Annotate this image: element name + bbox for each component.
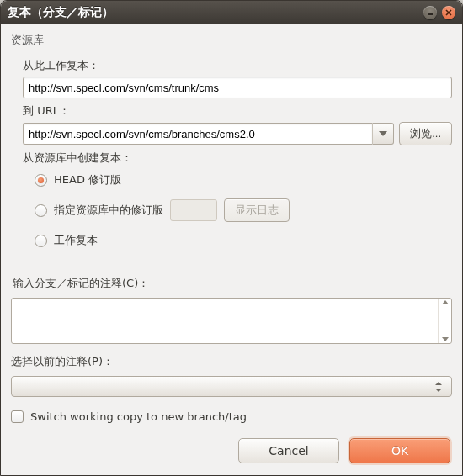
chevron-down-icon [379, 131, 387, 136]
browse-button[interactable]: 浏览... [399, 122, 452, 145]
titlebar[interactable]: 复本（分支／标记） [1, 1, 462, 24]
from-label: 从此工作复本： [23, 58, 452, 73]
window-controls [423, 6, 455, 19]
repo-section-title: 资源库 [11, 33, 452, 48]
switch-checkbox[interactable] [11, 410, 24, 423]
content: 资源库 从此工作复本： 到 URL： 浏览... 从资源库中创建复本： HEAD [1, 24, 462, 431]
comment-scrollbar[interactable] [438, 299, 451, 343]
svg-rect-0 [428, 13, 433, 15]
repo-section: 从此工作复本： 到 URL： 浏览... 从资源库中创建复本： HEAD 修订版 [23, 53, 452, 251]
cancel-button[interactable]: Cancel [238, 438, 339, 463]
comment-enter-label: 输入分支／标记的注释(C)： [13, 276, 452, 291]
comment-textarea[interactable] [12, 299, 438, 343]
comment-select-label: 选择以前的注释(P)： [11, 354, 452, 369]
revision-radio-group: HEAD 修订版 指定资源库中的修订版 显示日志 工作复本 [35, 169, 452, 251]
from-url-input[interactable] [23, 77, 452, 98]
previous-comment-select[interactable] [11, 376, 452, 397]
minimize-button[interactable] [423, 6, 437, 19]
comment-textarea-wrap [11, 298, 452, 344]
scroll-down-icon [442, 337, 449, 341]
ok-button[interactable]: OK [349, 438, 450, 463]
revision-number-input [170, 199, 217, 221]
show-log-button: 显示日志 [224, 198, 290, 222]
window-title: 复本（分支／标记） [8, 5, 423, 20]
divider [11, 262, 452, 262]
radio-specific-label: 指定资源库中的修订版 [54, 203, 163, 218]
switch-checkbox-row[interactable]: Switch working copy to new branch/tag [11, 410, 452, 423]
radio-workingcopy-row[interactable]: 工作复本 [35, 230, 452, 251]
radio-workingcopy-label: 工作复本 [54, 233, 98, 248]
close-button[interactable] [442, 6, 455, 19]
to-url-dropdown-button[interactable] [372, 123, 394, 145]
radio-head[interactable] [35, 174, 47, 187]
radio-specific-row[interactable]: 指定资源库中的修订版 显示日志 [35, 199, 452, 221]
to-url-combo [23, 123, 394, 145]
to-url-input[interactable] [23, 123, 372, 145]
radio-specific[interactable] [35, 204, 47, 217]
dialog-footer: Cancel OK [1, 431, 462, 475]
to-label: 到 URL： [23, 103, 452, 119]
radio-workingcopy[interactable] [35, 235, 47, 247]
dialog-window: 复本（分支／标记） 资源库 从此工作复本： 到 URL： [0, 0, 463, 476]
radio-head-label: HEAD 修订版 [54, 172, 121, 188]
scroll-up-icon [442, 300, 449, 304]
radio-head-row[interactable]: HEAD 修订版 [35, 169, 452, 191]
create-copy-label: 从资源库中创建复本： [23, 151, 452, 166]
switch-checkbox-label: Switch working copy to new branch/tag [30, 410, 247, 423]
updown-icon [434, 382, 443, 392]
